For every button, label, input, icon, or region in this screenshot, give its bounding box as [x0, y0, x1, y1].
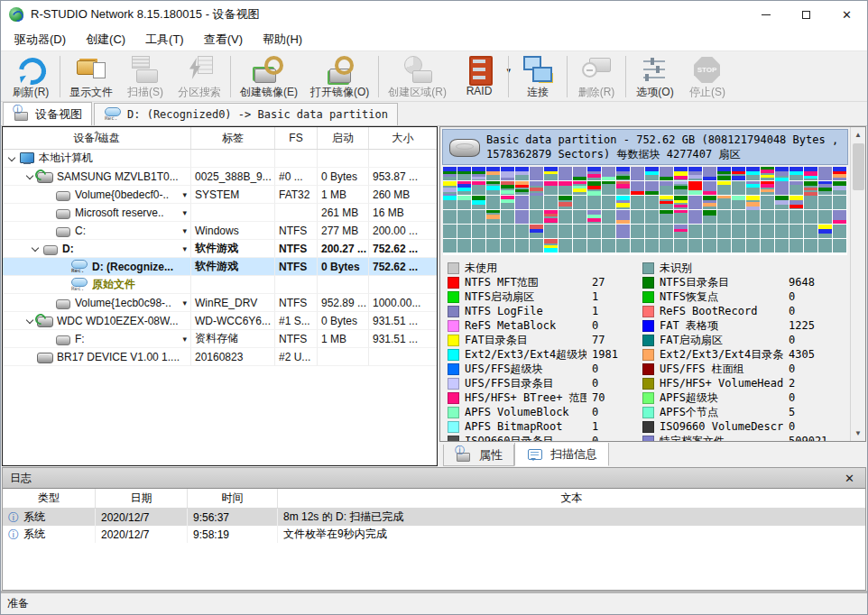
tree-row[interactable]: C: ▾ Windows NTFS 277 MB 200.00 ... [3, 222, 437, 240]
expander-chevron-icon[interactable] [6, 152, 18, 164]
tree-row[interactable]: WDC WD10EZEX-08W... WD-WCC6Y6... #1 S...… [3, 312, 437, 330]
menu-drive[interactable]: 驱动器(D) [5, 28, 76, 51]
legend-swatch [448, 320, 459, 332]
device-icon [54, 188, 72, 202]
toolbar-separator [625, 56, 626, 97]
column-start[interactable]: 启动 [318, 127, 369, 149]
size-cell [369, 276, 437, 294]
scan-info-panel: Basic data partition - 752.62 GB (808121… [439, 126, 866, 442]
tree-row[interactable]: 原始文件 [3, 276, 437, 294]
legend-swatch [448, 392, 459, 404]
log-row[interactable]: ⓘ系统 2020/12/7 9:56:37 8m 12s 的 D: 扫描已完成 [3, 509, 865, 526]
size-cell: 16 MB [369, 204, 437, 222]
refresh-button[interactable]: 刷新(R) [5, 53, 57, 100]
device-icon [54, 296, 72, 310]
close-button[interactable]: ✕ [826, 1, 867, 28]
label-cell: 软件游戏 [191, 240, 275, 258]
tree-row[interactable]: BR17 DEVICE V1.00 1.... 20160823 #2 U... [3, 348, 437, 366]
tree-row[interactable]: D: (Recognize... 软件游戏 NTFS 0 Bytes 752.6… [3, 258, 437, 276]
scroll-thumb[interactable] [853, 143, 864, 190]
tab-device-view[interactable]: 设备视图 [3, 102, 92, 125]
mount-dropdown-icon[interactable]: ▾ [182, 190, 189, 199]
device-icon [18, 151, 36, 166]
minimize-button[interactable] [745, 1, 786, 28]
scan-panel-scrollbar[interactable]: ▲ ▼ [850, 127, 865, 441]
start-cell: 0 Bytes [318, 312, 369, 330]
minimize-icon [762, 14, 771, 15]
open-image-button[interactable]: 打开镜像(O) [304, 53, 375, 100]
legend-label: NTFS启动扇区 [465, 289, 534, 305]
connect-button[interactable]: 连接 [512, 53, 564, 100]
legend-swatch [448, 277, 459, 289]
log-column-time[interactable]: 时间 [188, 489, 278, 508]
expander-chevron-icon[interactable] [30, 243, 42, 254]
maximize-button[interactable] [786, 1, 826, 28]
legend-count: 0 [592, 377, 642, 390]
menu-tools[interactable]: 工具(T) [135, 28, 194, 51]
tree-row[interactable]: D: ▾ 软件游戏 NTFS 200.27 ... 752.62 ... [3, 240, 437, 258]
legend-item: FAT目录条目 77 [448, 333, 642, 347]
label-cell: 软件游戏 [191, 258, 275, 276]
column-fs[interactable]: FS [275, 127, 318, 149]
mount-dropdown-icon[interactable]: ▾ [182, 244, 189, 253]
device-name-cell: D: (Recognize... [3, 258, 191, 276]
tree-row[interactable]: 本地计算机 [3, 150, 437, 168]
menu-help[interactable]: 帮助(H) [253, 28, 312, 51]
create-image-button[interactable]: 创建镜像(E) [234, 53, 304, 100]
tree-row[interactable]: SAMSUNG MZVLB1T0... 0025_388B_9... #0 ..… [3, 168, 437, 186]
toolbar-icon [182, 54, 217, 86]
scan-block-map[interactable] [443, 167, 847, 253]
tab-scan-information[interactable]: 扫描信息 [514, 443, 609, 466]
tab-scan-result[interactable]: D: (Recognized0) -> Basic data partition [94, 103, 398, 125]
fs-cell [275, 276, 318, 294]
legend-swatch [448, 335, 459, 346]
tree-row[interactable]: F: ▾ 资料存储 NTFS 1 MB 931.51 ... [3, 330, 437, 348]
column-size[interactable]: 大小 [369, 127, 437, 149]
legend-item: FAT 表格项 1225 [642, 318, 846, 333]
toolbar-label: 创建区域(R) [388, 85, 447, 100]
fs-cell: #1 S... [275, 312, 318, 330]
device-name-cell: C: ▾ [3, 222, 191, 240]
mount-dropdown-icon[interactable]: ▾ [182, 298, 189, 308]
device-name: 原始文件 [92, 277, 135, 292]
device-tree-panel: 设备/磁盘 标签 FS 启动 大小 本地计算机 [2, 126, 438, 466]
show-files-button[interactable]: 显示文件 [63, 53, 119, 100]
device-name: SAMSUNG MZVLB1T0... [57, 170, 179, 183]
mount-dropdown-icon[interactable]: ▾ [182, 226, 189, 235]
log-rows: ⓘ系统 2020/12/7 9:56:37 8m 12s 的 D: 扫描已完成 … [3, 509, 865, 543]
bottom-tab-bar: 属性 扫描信息 [439, 442, 866, 466]
info-icon: ⓘ [8, 512, 19, 523]
tree-row[interactable]: Volume{1ecb0c98-.. ▾ WinRE_DRV NTFS 952.… [3, 294, 437, 312]
log-column-type[interactable]: 类型 [3, 489, 96, 508]
device-name-cell: Volume{0bedecf0-.. ▾ [3, 186, 191, 204]
scroll-down-icon[interactable]: ▼ [851, 426, 866, 441]
mount-dropdown-icon[interactable]: ▾ [182, 208, 189, 217]
column-device[interactable]: 设备/磁盘 [3, 127, 191, 149]
legend-label: APFS BitmapRoot [465, 420, 562, 433]
legend-count: 0 [789, 305, 846, 317]
scroll-up-icon[interactable]: ▲ [851, 127, 866, 142]
legend-count: 0 [592, 435, 642, 442]
menu-view[interactable]: 查看(V) [194, 28, 253, 51]
menu-create[interactable]: 创建(C) [76, 28, 135, 51]
tab-properties[interactable]: 属性 [443, 445, 514, 466]
fs-cell [275, 150, 318, 168]
log-column-text[interactable]: 文本 [278, 489, 865, 508]
start-cell [318, 150, 369, 168]
raid-button[interactable]: RAID ▾ [453, 53, 505, 100]
log-row[interactable]: ⓘ系统 2020/12/7 9:58:19 文件枚举在9秒内完成 [3, 526, 865, 543]
legend-right-column: 未识别 NTFS目录条目 9648 [642, 261, 846, 442]
log-column-date[interactable]: 日期 [96, 489, 188, 508]
device-name: Volume{0bedecf0-.. [75, 188, 169, 201]
legend-item: APFS个节点 5 [642, 405, 846, 419]
toolbar-icon [252, 54, 286, 86]
tree-row[interactable]: Microsoft reserve.. ▾ 261 MB 16 MB [3, 204, 437, 222]
options-button[interactable]: 选项(O) [629, 53, 681, 100]
scan-block-map-wrap[interactable] [443, 167, 847, 255]
column-label[interactable]: 标签 [191, 127, 275, 149]
log-close-icon[interactable]: ✕ [841, 472, 858, 485]
legend-swatch [642, 392, 654, 404]
mount-dropdown-icon[interactable]: ▾ [182, 335, 189, 344]
label-cell [191, 204, 275, 222]
tree-row[interactable]: Volume{0bedecf0-.. ▾ SYSTEM FAT32 1 MB 2… [3, 186, 437, 204]
